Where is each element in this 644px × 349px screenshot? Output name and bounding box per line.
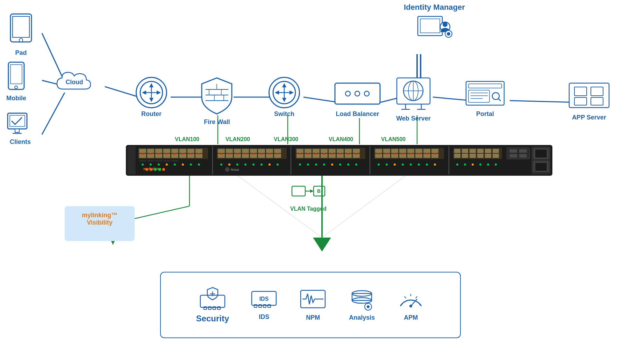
identity-manager-label: Identity Manager	[404, 3, 465, 12]
hardware-switch-svg: mylinking Reset	[126, 145, 577, 176]
svg-rect-133	[234, 149, 241, 153]
analysis-item: Analysis	[348, 289, 376, 321]
diagram-container: Pad Mobile Clients Cloud	[0, 0, 644, 349]
svg-rect-236	[477, 149, 484, 153]
router-arrows-icon	[139, 80, 164, 105]
vlan-tagged-node: B VLAN Tagged	[290, 185, 327, 212]
svg-point-161	[269, 163, 271, 166]
svg-rect-244	[493, 154, 499, 158]
apm-item: APM	[397, 289, 425, 321]
svg-line-9	[510, 101, 576, 102]
svg-point-155	[220, 163, 222, 166]
svg-text:Reset: Reset	[231, 168, 239, 172]
svg-rect-274	[200, 295, 225, 307]
svg-rect-235	[470, 149, 476, 153]
svg-line-3	[105, 87, 139, 97]
load-balancer-label: Load Balancer	[336, 110, 379, 118]
svg-point-223	[378, 163, 380, 166]
svg-rect-165	[296, 149, 303, 153]
svg-rect-111	[163, 160, 170, 162]
svg-rect-166	[305, 149, 312, 153]
npm-icon	[299, 289, 327, 311]
vlan300-label: VLAN300	[274, 136, 298, 143]
visibility-box: mylinking™Visibility	[65, 206, 135, 241]
analysis-icon	[348, 289, 376, 311]
svg-rect-240	[462, 154, 468, 158]
svg-rect-95	[163, 149, 170, 153]
security-item: Security	[196, 286, 229, 323]
svg-point-196	[355, 163, 357, 166]
svg-rect-253	[519, 149, 527, 153]
svg-marker-271	[310, 189, 314, 193]
svg-rect-112	[171, 160, 178, 162]
svg-point-249	[487, 163, 489, 166]
router-icon	[136, 77, 167, 108]
svg-rect-168	[321, 149, 328, 153]
switch-icon	[269, 77, 300, 108]
security-icon	[199, 286, 227, 311]
svg-rect-237	[485, 149, 491, 153]
hardware-switch: mylinking Reset	[126, 145, 577, 176]
svg-line-2	[42, 93, 65, 134]
svg-point-262	[226, 168, 229, 171]
apm-icon	[397, 289, 425, 311]
svg-rect-202	[399, 149, 406, 153]
svg-point-120	[198, 163, 200, 166]
clients-icon	[6, 112, 34, 136]
ids-icon: IDS	[250, 290, 278, 311]
svg-point-248	[479, 163, 481, 166]
svg-rect-260	[535, 162, 547, 171]
portal-icon	[465, 80, 505, 108]
svg-rect-171	[345, 149, 352, 153]
pad-icon	[7, 12, 35, 47]
svg-rect-109	[147, 160, 154, 162]
svg-marker-21	[313, 238, 331, 252]
ids-label: IDS	[259, 313, 269, 321]
svg-rect-137	[266, 149, 273, 153]
identity-manager-icon	[414, 15, 455, 50]
svg-rect-200	[383, 149, 390, 153]
svg-point-157	[236, 163, 238, 166]
web-server-node: Web Server	[395, 76, 432, 122]
svg-point-60	[364, 91, 369, 96]
svg-point-189	[299, 163, 301, 166]
svg-point-113	[142, 163, 144, 166]
svg-point-247	[472, 163, 474, 166]
identity-manager-node: Identity Manager	[404, 3, 465, 50]
vlan100-label: VLAN100	[175, 136, 199, 143]
svg-rect-204	[415, 149, 422, 153]
app-server-node: APP Server	[568, 82, 610, 121]
switch-arrows-icon	[272, 80, 296, 105]
web-server-label: Web Server	[396, 115, 431, 122]
svg-rect-136	[258, 149, 265, 153]
svg-point-264	[145, 168, 148, 171]
svg-point-29	[15, 86, 17, 89]
router-label: Router	[141, 110, 162, 118]
load-balancer-node: Load Balancer	[334, 82, 381, 118]
svg-point-158	[244, 163, 246, 166]
svg-rect-99	[195, 149, 202, 153]
svg-point-114	[150, 163, 152, 166]
visibility-label: mylinking™Visibility	[72, 212, 128, 226]
svg-rect-201	[391, 149, 398, 153]
svg-point-224	[386, 163, 388, 166]
vlan200-label: VLAN200	[226, 136, 250, 143]
security-label: Security	[196, 314, 229, 323]
pad-node: Pad	[7, 12, 35, 57]
svg-point-190	[307, 163, 309, 166]
visibility-node: mylinking™Visibility	[65, 206, 135, 221]
portal-label: Portal	[476, 110, 494, 118]
svg-point-292	[367, 305, 370, 308]
svg-rect-252	[509, 149, 517, 153]
svg-rect-233	[454, 149, 460, 153]
svg-rect-289	[352, 293, 372, 300]
svg-rect-259	[535, 149, 547, 158]
svg-point-160	[260, 163, 263, 166]
mobile-node: Mobile	[6, 61, 26, 102]
svg-rect-108	[139, 160, 146, 162]
svg-point-193	[331, 163, 333, 166]
svg-line-296	[405, 296, 406, 298]
svg-text:B: B	[317, 188, 321, 194]
mobile-icon	[7, 61, 26, 93]
firewall-label: Fire Wall	[204, 118, 230, 126]
